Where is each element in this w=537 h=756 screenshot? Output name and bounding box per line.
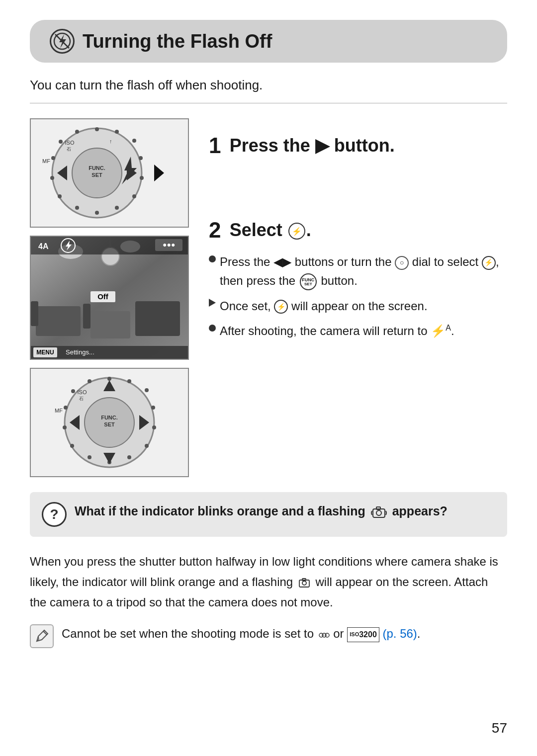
svg-text:ISO: ISO (78, 389, 87, 395)
svg-point-65 (71, 389, 75, 393)
note-pencil-icon (30, 624, 54, 648)
svg-point-10 (115, 206, 119, 210)
svg-point-8 (140, 176, 144, 180)
svg-text:MENU: MENU (36, 349, 54, 356)
steps-column: 1 Press the ▶ button. 2 Select ⚡. (209, 118, 507, 477)
svg-text:Off: Off (97, 292, 109, 301)
note-text-content: Cannot be set when the shooting mode is … (62, 624, 421, 643)
svg-point-61 (88, 455, 91, 459)
warning-text: What if the indicator blinks orange and … (75, 502, 448, 521)
svg-text:FUNC.: FUNC. (89, 165, 105, 171)
step2-bullet3: After shooting, the camera will return t… (209, 322, 507, 340)
svg-text:ISO: ISO (65, 140, 75, 146)
svg-point-16 (59, 140, 63, 144)
bullet-dot-1 (209, 255, 216, 262)
dial-svg-1: FUNC. SET ISO 石 MF ↑ (32, 121, 186, 225)
svg-point-54 (127, 379, 131, 383)
svg-point-55 (145, 388, 149, 392)
images-column: FUNC. SET ISO 石 MF ↑ (30, 118, 189, 477)
svg-rect-82 (302, 579, 306, 581)
svg-point-9 (132, 194, 136, 198)
title-bar: Turning the Flash Off (30, 20, 507, 63)
step1-block: 1 Press the ▶ button. (209, 133, 507, 158)
page-container: Turning the Flash Off You can turn the f… (0, 0, 537, 756)
step2-title: Select ⚡. (230, 220, 311, 240)
dial-icon: ○ (395, 256, 409, 270)
svg-point-58 (145, 444, 149, 448)
svg-text:SET: SET (91, 172, 102, 178)
warning-box: ? What if the indicator blinks orange an… (30, 492, 507, 537)
flash-off-title-icon (50, 29, 75, 54)
svg-text:石: 石 (67, 147, 71, 152)
divider (30, 103, 507, 103)
svg-point-15 (51, 156, 55, 160)
page-subtitle: You can turn the flash off when shooting… (30, 78, 507, 93)
bullet-arrow-2 (209, 299, 216, 307)
page-number: 57 (492, 720, 507, 736)
body-camera-shake-icon (298, 576, 311, 589)
func-set-button-icon: FUNCSET (300, 273, 317, 290)
svg-rect-79 (376, 507, 380, 509)
svg-text:SET: SET (104, 421, 115, 427)
note-page-link[interactable]: (p. 56) (382, 627, 417, 640)
mode-icon-1 (317, 629, 334, 640)
step2-block: 2 Select ⚡. Press the ◀▶ buttons or turn… (209, 218, 507, 341)
svg-text:MF: MF (55, 408, 63, 414)
main-content: FUNC. SET ISO 石 MF ↑ (30, 118, 507, 477)
svg-point-4 (95, 127, 99, 131)
pencil-svg (34, 629, 49, 644)
svg-point-64 (64, 406, 68, 410)
svg-rect-35 (135, 301, 180, 336)
svg-point-62 (70, 444, 74, 448)
warning-question-icon: ? (42, 502, 67, 527)
step2-bullet3-text: After shooting, the camera will return t… (220, 322, 454, 340)
svg-point-81 (302, 581, 306, 585)
step2-content: Press the ◀▶ buttons or turn the ○ dial … (209, 252, 507, 341)
svg-rect-34 (90, 311, 130, 338)
step2-bullet1-text: Press the ◀▶ buttons or turn the ○ dial … (220, 252, 507, 291)
svg-text:MF: MF (42, 158, 50, 164)
svg-point-6 (132, 139, 136, 143)
step2-number: 2 (209, 218, 221, 243)
flash-select-icon: ⚡ (482, 256, 496, 270)
step2-bullet2: Once set, ⚡ will appear on the screen. (209, 297, 507, 316)
svg-point-7 (139, 156, 143, 160)
svg-point-5 (115, 130, 119, 134)
svg-point-78 (376, 510, 381, 515)
step3-image: FUNC. SET ISO 石 MF (30, 368, 189, 477)
step1-title: Press the ▶ button. (230, 135, 395, 156)
svg-rect-36 (31, 301, 38, 326)
svg-point-57 (152, 425, 156, 429)
note-box: Cannot be set when the shooting mode is … (30, 624, 507, 648)
svg-text:●●●: ●●● (163, 241, 175, 249)
svg-text:Settings...: Settings... (66, 348, 94, 356)
svg-point-12 (75, 206, 79, 210)
svg-rect-33 (36, 306, 81, 336)
svg-point-14 (50, 176, 54, 180)
svg-point-13 (58, 194, 62, 198)
svg-text:↑: ↑ (109, 138, 112, 144)
mode-icon-2: ISO3200 (347, 627, 379, 642)
bullet-dot-3 (209, 325, 216, 332)
camera-shake-icon (371, 504, 387, 520)
page-title: Turning the Flash Off (83, 31, 272, 52)
svg-point-53 (107, 377, 111, 381)
svg-text:FUNC.: FUNC. (101, 415, 118, 420)
svg-point-17 (75, 130, 79, 134)
svg-point-63 (63, 425, 67, 429)
step1-number: 1 (209, 133, 221, 158)
svg-point-56 (151, 406, 155, 410)
step2-bullet2-text: Once set, ⚡ will appear on the screen. (220, 297, 428, 316)
dial-svg-2: FUNC. SET ISO 石 MF (32, 370, 186, 475)
step2-image: 4A ●●● Off MENU Settings... (30, 236, 189, 360)
flash-set-icon: ⚡ (274, 300, 288, 314)
svg-point-66 (88, 379, 91, 383)
step2-bullet1: Press the ◀▶ buttons or turn the ○ dial … (209, 252, 507, 291)
svg-point-59 (127, 455, 131, 459)
svg-rect-37 (83, 304, 90, 329)
step1-image: FUNC. SET ISO 石 MF ↑ (30, 118, 189, 228)
svg-point-11 (95, 211, 99, 215)
svg-line-2 (55, 34, 69, 48)
svg-point-86 (325, 633, 329, 637)
svg-text:4A: 4A (38, 242, 49, 251)
